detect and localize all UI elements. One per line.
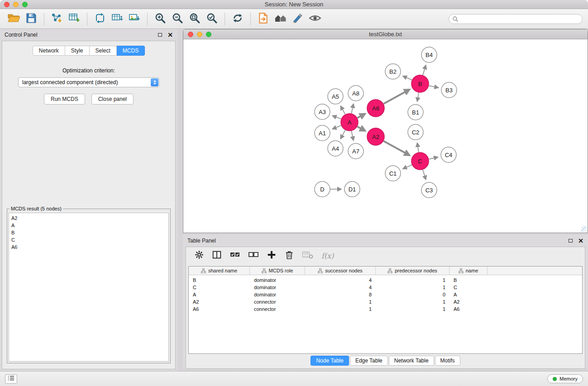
close-panel-icon[interactable]: ✕ <box>578 238 583 244</box>
graph-node-C2[interactable]: C2 <box>408 124 423 140</box>
column-header[interactable]: shared name <box>189 267 250 275</box>
column-selector-button[interactable] <box>212 250 222 262</box>
graph-edge-C-C1[interactable] <box>403 165 412 169</box>
graph-node-A4[interactable]: A4 <box>328 141 343 156</box>
column-header[interactable]: MCDS role <box>250 267 305 275</box>
tab-motifs[interactable]: Motifs <box>435 356 460 366</box>
table-row[interactable]: Bdominator41B <box>189 276 582 284</box>
tab-style[interactable]: Style <box>65 46 90 56</box>
graph-edge-A-A1[interactable] <box>333 125 341 129</box>
clone-network-button[interactable] <box>91 11 109 27</box>
graph-node-A5[interactable]: A5 <box>328 89 343 104</box>
network-zoom-button[interactable] <box>206 32 211 37</box>
graph-edge-C-C3[interactable] <box>423 170 426 179</box>
result-item[interactable]: B <box>11 229 166 236</box>
zoom-selected-button[interactable] <box>203 11 220 27</box>
close-panel-button[interactable]: Close panel <box>91 94 134 105</box>
tab-mcds[interactable]: MCDS <box>117 46 145 56</box>
float-panel-icon[interactable] <box>158 33 162 37</box>
export-document-button[interactable] <box>255 11 272 27</box>
graph-node-B4[interactable]: B4 <box>421 47 437 62</box>
function-builder-button[interactable]: f(x) <box>321 252 334 260</box>
zoom-fit-button[interactable] <box>186 11 203 27</box>
float-panel-icon[interactable] <box>569 239 573 243</box>
home-button[interactable] <box>272 11 289 27</box>
add-column-button[interactable] <box>267 250 277 262</box>
graph-node-A3[interactable]: A3 <box>315 104 330 119</box>
resize-grip[interactable] <box>581 226 587 232</box>
table-row[interactable]: Adominator80A <box>189 291 582 298</box>
result-item[interactable]: A6 <box>11 243 166 251</box>
graph-edge-A-A4[interactable] <box>341 130 345 138</box>
tab-edge-table[interactable]: Edge Table <box>350 356 388 366</box>
graph-node-D1[interactable]: D1 <box>344 181 360 197</box>
graph-edge-A-A7[interactable] <box>351 131 353 140</box>
import-table-button[interactable] <box>66 11 83 27</box>
select-all-button[interactable] <box>229 250 240 262</box>
close-panel-icon[interactable]: ✕ <box>167 32 173 38</box>
graph-edge-B-B4[interactable] <box>423 66 426 75</box>
show-hide-button[interactable] <box>306 11 324 27</box>
graph-edge-B-B1[interactable] <box>417 93 419 101</box>
graph-edge-A6-B[interactable] <box>384 90 410 104</box>
graph-edge-A-A8[interactable] <box>351 104 353 113</box>
network-canvas[interactable]: B4B2BB3A5A8A6A3B1AC2A1A2A4A7C4CC1DD1C3 <box>183 39 588 233</box>
clone-table-button[interactable] <box>109 11 126 27</box>
graph-edge-B-B2[interactable] <box>403 76 412 80</box>
graph-node-A6[interactable]: A6 <box>367 100 384 117</box>
table-settings-button[interactable] <box>194 250 204 262</box>
graph-edge-A-A5[interactable] <box>341 106 345 114</box>
delete-column-button[interactable] <box>284 250 294 262</box>
result-item[interactable]: A <box>11 222 166 229</box>
tab-network-table[interactable]: Network Table <box>389 356 434 366</box>
network-close-button[interactable] <box>188 32 193 37</box>
graph-edge-A-A6[interactable] <box>358 114 365 118</box>
zoom-out-button[interactable] <box>169 11 186 27</box>
open-session-button[interactable] <box>5 11 23 27</box>
minimize-window-button[interactable] <box>13 2 19 7</box>
graph-node-B2[interactable]: B2 <box>385 64 401 79</box>
save-session-button[interactable] <box>23 11 40 27</box>
zoom-window-button[interactable] <box>22 2 28 7</box>
close-window-button[interactable] <box>4 2 10 7</box>
graph-node-B3[interactable]: B3 <box>441 82 457 98</box>
run-mcds-button[interactable]: Run MCDS <box>44 94 85 105</box>
graph-edge-C-C4[interactable] <box>429 157 438 159</box>
graph-node-A8[interactable]: A8 <box>348 86 363 101</box>
delete-table-button[interactable] <box>302 250 314 262</box>
table-row[interactable]: Cdominator41C <box>189 284 582 291</box>
graph-node-A7[interactable]: A7 <box>348 143 363 159</box>
zoom-in-button[interactable] <box>152 11 169 27</box>
network-minimize-button[interactable] <box>197 32 202 37</box>
graph-edge-B-B3[interactable] <box>429 86 438 87</box>
graph-edge-A-A3[interactable] <box>333 116 341 119</box>
graph-edge-A2-C[interactable] <box>384 141 410 155</box>
memory-button[interactable]: Memory <box>547 374 583 383</box>
apply-layout-button[interactable] <box>229 11 246 27</box>
deselect-all-button[interactable] <box>248 250 259 262</box>
table-row[interactable]: A6connector11A6 <box>189 305 582 313</box>
tab-node-table[interactable]: Node Table <box>311 356 349 366</box>
graphics-details-button[interactable] <box>289 11 306 27</box>
graph-node-C4[interactable]: C4 <box>441 147 456 162</box>
graph-node-B1[interactable]: B1 <box>408 105 423 120</box>
graph-node-B[interactable]: B <box>411 75 429 92</box>
search-input[interactable] <box>449 14 583 24</box>
export-image-button[interactable] <box>126 11 143 27</box>
graph-node-C[interactable]: C <box>411 152 429 170</box>
import-network-button[interactable] <box>48 11 66 27</box>
graph-node-A1[interactable]: A1 <box>315 125 330 141</box>
column-header[interactable]: successor nodes <box>305 267 376 275</box>
table-row[interactable]: A2connector11A2 <box>189 298 582 305</box>
tab-network[interactable]: Network <box>33 46 65 56</box>
graph-edge-C-C2[interactable] <box>417 143 419 152</box>
result-item[interactable]: A2 <box>11 214 166 222</box>
graph-node-C1[interactable]: C1 <box>385 166 401 181</box>
graph-node-D[interactable]: D <box>315 181 330 197</box>
result-item[interactable]: C <box>11 236 166 243</box>
optimization-select[interactable]: largest connected component (directed) <box>18 77 159 87</box>
tab-select[interactable]: Select <box>90 46 117 56</box>
column-header[interactable]: predecessor nodes <box>376 267 449 275</box>
column-header[interactable]: name <box>449 267 488 275</box>
task-history-button[interactable] <box>5 374 17 384</box>
